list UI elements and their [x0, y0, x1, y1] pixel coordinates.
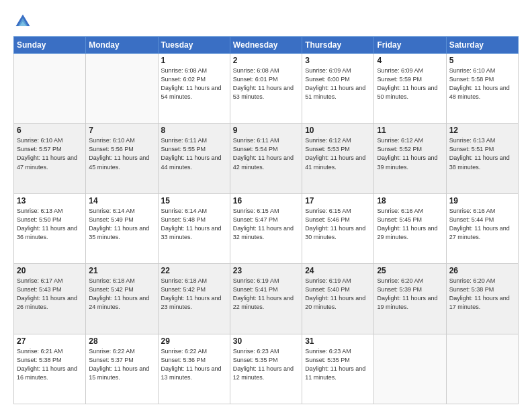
day-info: Sunrise: 6:12 AMSunset: 5:53 PMDaylight:…	[305, 136, 371, 171]
calendar-cell: 20Sunrise: 6:17 AMSunset: 5:43 PMDayligh…	[14, 264, 86, 334]
day-number: 27	[17, 336, 83, 346]
day-info: Sunrise: 6:09 AMSunset: 5:59 PMDaylight:…	[377, 66, 443, 101]
day-info: Sunrise: 6:21 AMSunset: 5:38 PMDaylight:…	[17, 347, 83, 382]
day-number: 30	[233, 336, 299, 346]
day-number: 17	[305, 196, 371, 205]
day-number: 23	[233, 266, 299, 275]
day-info: Sunrise: 6:13 AMSunset: 5:51 PMDaylight:…	[449, 136, 515, 171]
weekday-header-friday: Friday	[374, 37, 446, 54]
calendar-cell: 25Sunrise: 6:20 AMSunset: 5:39 PMDayligh…	[374, 264, 446, 334]
day-info: Sunrise: 6:17 AMSunset: 5:43 PMDaylight:…	[17, 277, 83, 312]
calendar-table: SundayMondayTuesdayWednesdayThursdayFrid…	[13, 36, 519, 404]
day-number: 31	[305, 336, 371, 346]
calendar-cell: 31Sunrise: 6:23 AMSunset: 5:35 PMDayligh…	[302, 334, 374, 404]
calendar-cell: 27Sunrise: 6:21 AMSunset: 5:38 PMDayligh…	[14, 334, 86, 404]
day-info: Sunrise: 6:10 AMSunset: 5:57 PMDaylight:…	[17, 136, 83, 171]
calendar-cell	[86, 54, 158, 124]
day-info: Sunrise: 6:11 AMSunset: 5:54 PMDaylight:…	[233, 136, 299, 171]
day-info: Sunrise: 6:10 AMSunset: 5:56 PMDaylight:…	[89, 136, 154, 171]
day-info: Sunrise: 6:09 AMSunset: 6:00 PMDaylight:…	[305, 66, 371, 101]
day-number: 1	[161, 56, 227, 65]
day-info: Sunrise: 6:23 AMSunset: 5:35 PMDaylight:…	[305, 347, 371, 382]
day-number: 5	[449, 56, 515, 65]
calendar-cell: 26Sunrise: 6:20 AMSunset: 5:38 PMDayligh…	[446, 264, 518, 334]
calendar-cell: 6Sunrise: 6:10 AMSunset: 5:57 PMDaylight…	[14, 124, 86, 193]
day-info: Sunrise: 6:15 AMSunset: 5:47 PMDaylight:…	[233, 207, 299, 242]
day-info: Sunrise: 6:08 AMSunset: 6:01 PMDaylight:…	[233, 66, 299, 101]
day-info: Sunrise: 6:16 AMSunset: 5:45 PMDaylight:…	[377, 207, 443, 242]
calendar-cell: 13Sunrise: 6:13 AMSunset: 5:50 PMDayligh…	[14, 193, 86, 263]
day-info: Sunrise: 6:08 AMSunset: 6:02 PMDaylight:…	[161, 66, 227, 101]
calendar-cell: 14Sunrise: 6:14 AMSunset: 5:49 PMDayligh…	[86, 193, 158, 263]
page: SundayMondayTuesdayWednesdayThursdayFrid…	[0, 0, 532, 411]
calendar-cell: 18Sunrise: 6:16 AMSunset: 5:45 PMDayligh…	[374, 193, 446, 263]
day-number: 20	[17, 266, 83, 275]
calendar-cell: 2Sunrise: 6:08 AMSunset: 6:01 PMDaylight…	[230, 54, 302, 124]
calendar-cell: 7Sunrise: 6:10 AMSunset: 5:56 PMDaylight…	[86, 124, 158, 193]
day-number: 2	[233, 56, 299, 65]
day-info: Sunrise: 6:11 AMSunset: 5:55 PMDaylight:…	[161, 136, 227, 171]
calendar-cell: 17Sunrise: 6:15 AMSunset: 5:46 PMDayligh…	[302, 193, 374, 263]
calendar-cell	[446, 334, 518, 404]
day-number: 8	[161, 126, 227, 135]
day-number: 24	[305, 266, 371, 275]
calendar-cell	[14, 54, 86, 124]
day-info: Sunrise: 6:20 AMSunset: 5:38 PMDaylight:…	[449, 277, 515, 312]
calendar-cell: 12Sunrise: 6:13 AMSunset: 5:51 PMDayligh…	[446, 124, 518, 193]
day-number: 10	[305, 126, 371, 135]
calendar-week-row: 27Sunrise: 6:21 AMSunset: 5:38 PMDayligh…	[14, 334, 519, 404]
calendar-week-row: 13Sunrise: 6:13 AMSunset: 5:50 PMDayligh…	[14, 193, 519, 263]
calendar-cell: 23Sunrise: 6:19 AMSunset: 5:41 PMDayligh…	[230, 264, 302, 334]
header	[13, 12, 519, 31]
day-info: Sunrise: 6:22 AMSunset: 5:37 PMDaylight:…	[89, 347, 154, 382]
calendar-week-row: 20Sunrise: 6:17 AMSunset: 5:43 PMDayligh…	[14, 264, 519, 334]
day-number: 21	[89, 266, 154, 275]
day-number: 22	[161, 266, 227, 275]
weekday-header-row: SundayMondayTuesdayWednesdayThursdayFrid…	[14, 37, 519, 54]
day-info: Sunrise: 6:13 AMSunset: 5:50 PMDaylight:…	[17, 207, 83, 242]
day-number: 12	[449, 126, 515, 135]
day-info: Sunrise: 6:16 AMSunset: 5:44 PMDaylight:…	[449, 207, 515, 242]
calendar-cell: 15Sunrise: 6:14 AMSunset: 5:48 PMDayligh…	[158, 193, 230, 263]
day-number: 3	[305, 56, 371, 65]
day-info: Sunrise: 6:15 AMSunset: 5:46 PMDaylight:…	[305, 207, 371, 242]
day-number: 19	[449, 196, 515, 205]
day-number: 13	[17, 196, 83, 205]
day-info: Sunrise: 6:22 AMSunset: 5:36 PMDaylight:…	[161, 347, 227, 382]
weekday-header-tuesday: Tuesday	[158, 37, 230, 54]
calendar-cell: 1Sunrise: 6:08 AMSunset: 6:02 PMDaylight…	[158, 54, 230, 124]
day-number: 7	[89, 126, 154, 135]
day-info: Sunrise: 6:19 AMSunset: 5:40 PMDaylight:…	[305, 277, 371, 312]
day-number: 28	[89, 336, 154, 346]
calendar-cell: 16Sunrise: 6:15 AMSunset: 5:47 PMDayligh…	[230, 193, 302, 263]
day-number: 9	[233, 126, 299, 135]
calendar-cell: 30Sunrise: 6:23 AMSunset: 5:35 PMDayligh…	[230, 334, 302, 404]
calendar-week-row: 6Sunrise: 6:10 AMSunset: 5:57 PMDaylight…	[14, 124, 519, 193]
calendar-cell: 28Sunrise: 6:22 AMSunset: 5:37 PMDayligh…	[86, 334, 158, 404]
day-info: Sunrise: 6:12 AMSunset: 5:52 PMDaylight:…	[377, 136, 443, 171]
day-number: 15	[161, 196, 227, 205]
day-number: 14	[89, 196, 154, 205]
day-number: 25	[377, 266, 443, 275]
calendar-cell: 21Sunrise: 6:18 AMSunset: 5:42 PMDayligh…	[86, 264, 158, 334]
calendar-cell: 9Sunrise: 6:11 AMSunset: 5:54 PMDaylight…	[230, 124, 302, 193]
calendar-cell: 24Sunrise: 6:19 AMSunset: 5:40 PMDayligh…	[302, 264, 374, 334]
day-info: Sunrise: 6:14 AMSunset: 5:48 PMDaylight:…	[161, 207, 227, 242]
day-info: Sunrise: 6:14 AMSunset: 5:49 PMDaylight:…	[89, 207, 154, 242]
calendar-cell: 29Sunrise: 6:22 AMSunset: 5:36 PMDayligh…	[158, 334, 230, 404]
day-info: Sunrise: 6:18 AMSunset: 5:42 PMDaylight:…	[89, 277, 154, 312]
weekday-header-monday: Monday	[86, 37, 158, 54]
calendar-cell: 4Sunrise: 6:09 AMSunset: 5:59 PMDaylight…	[374, 54, 446, 124]
calendar-cell: 5Sunrise: 6:10 AMSunset: 5:58 PMDaylight…	[446, 54, 518, 124]
day-number: 4	[377, 56, 443, 65]
calendar-cell: 10Sunrise: 6:12 AMSunset: 5:53 PMDayligh…	[302, 124, 374, 193]
calendar-cell: 3Sunrise: 6:09 AMSunset: 6:00 PMDaylight…	[302, 54, 374, 124]
day-number: 26	[449, 266, 515, 275]
day-number: 16	[233, 196, 299, 205]
day-number: 6	[17, 126, 83, 135]
calendar-cell: 11Sunrise: 6:12 AMSunset: 5:52 PMDayligh…	[374, 124, 446, 193]
calendar-week-row: 1Sunrise: 6:08 AMSunset: 6:02 PMDaylight…	[14, 54, 519, 124]
day-info: Sunrise: 6:10 AMSunset: 5:58 PMDaylight:…	[449, 66, 515, 101]
weekday-header-thursday: Thursday	[302, 37, 374, 54]
calendar-cell: 8Sunrise: 6:11 AMSunset: 5:55 PMDaylight…	[158, 124, 230, 193]
